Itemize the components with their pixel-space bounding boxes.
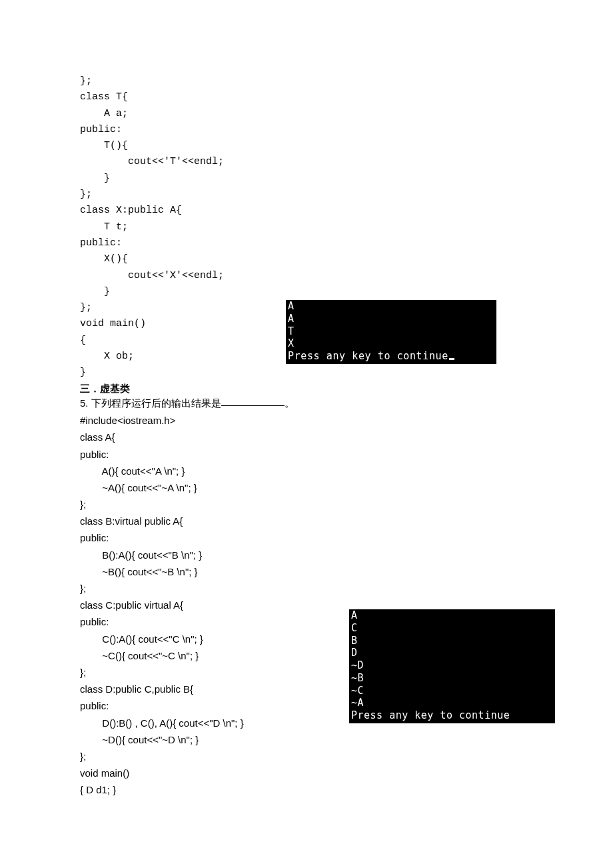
cursor-icon [449, 358, 454, 360]
section-title: 三．虚基类 [80, 383, 533, 395]
code-block-2: #include<iostream.h> class A{ public: A(… [80, 412, 533, 798]
question-5-suffix: 。 [285, 397, 295, 408]
terminal-output-1: A A T X Press any key to continue [286, 300, 496, 364]
terminal-1-text: A A T X Press any key to continue [288, 300, 448, 362]
question-5: 5. 下列程序运行后的输出结果是。 [80, 397, 533, 410]
terminal-output-2: A C B D ~D ~B ~C ~A Press any key to con… [349, 609, 555, 723]
document-page: }; class T{ A a; public: T(){ cout<<'T'<… [0, 0, 613, 838]
question-5-prefix: 5. 下列程序运行后的输出结果是 [80, 397, 221, 408]
answer-blank [221, 397, 285, 407]
terminal-2-text: A C B D ~D ~B ~C ~A Press any key to con… [351, 609, 510, 721]
